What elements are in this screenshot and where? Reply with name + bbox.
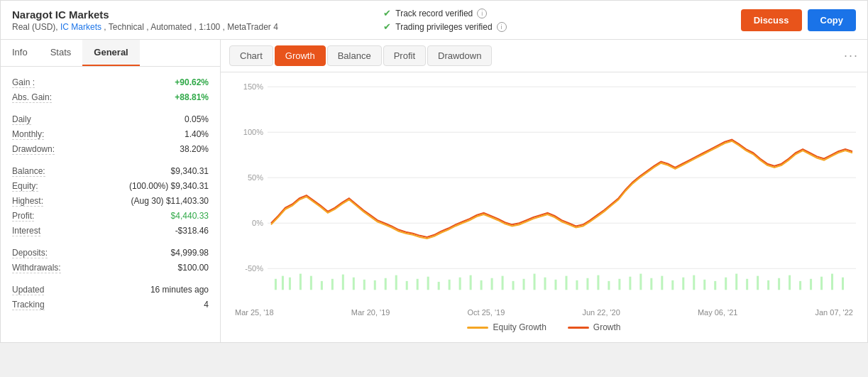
chart-tab-drawdown[interactable]: Drawdown bbox=[427, 45, 492, 66]
tab-info[interactable]: Info bbox=[1, 40, 39, 66]
chart-tab-chart[interactable]: Chart bbox=[229, 45, 273, 66]
abs-gain-value: +88.81% bbox=[175, 92, 209, 102]
svg-rect-18 bbox=[342, 275, 344, 290]
legend-line-red bbox=[568, 327, 589, 329]
x-label-1: Mar 25, '18 bbox=[235, 308, 274, 317]
svg-text:100%: 100% bbox=[243, 128, 263, 136]
svg-rect-47 bbox=[650, 278, 652, 290]
drawdown-row: Drawdown: 38.20% bbox=[12, 142, 209, 157]
svg-rect-11 bbox=[275, 279, 277, 290]
balance-value: $9,340.31 bbox=[171, 166, 209, 176]
svg-rect-15 bbox=[310, 276, 312, 290]
svg-rect-16 bbox=[321, 281, 323, 290]
svg-rect-17 bbox=[331, 279, 334, 290]
daily-value: 0.05% bbox=[185, 114, 209, 124]
right-panel: Chart Growth Balance Profit Drawdown ··· bbox=[221, 40, 867, 342]
svg-rect-38 bbox=[554, 280, 556, 290]
svg-rect-45 bbox=[629, 277, 631, 290]
withdrawals-label: Withdrawals: bbox=[12, 263, 61, 273]
stats-table: Gain : +90.62% Abs. Gain: +88.81% Daily … bbox=[1, 67, 220, 321]
chart-more-button[interactable]: ··· bbox=[844, 48, 859, 63]
tracking-label: Tracking bbox=[12, 300, 45, 310]
svg-rect-35 bbox=[523, 279, 525, 290]
chart-tab-growth[interactable]: Growth bbox=[275, 45, 326, 66]
chart-tab-balance[interactable]: Balance bbox=[327, 45, 382, 66]
svg-rect-28 bbox=[449, 280, 451, 290]
svg-rect-30 bbox=[470, 275, 472, 290]
tracking-row: Tracking 4 bbox=[12, 297, 209, 312]
tab-stats[interactable]: Stats bbox=[39, 40, 83, 66]
svg-rect-60 bbox=[789, 275, 791, 290]
svg-rect-31 bbox=[480, 280, 483, 290]
svg-rect-59 bbox=[778, 278, 780, 290]
x-label-5: May 06, '21 bbox=[698, 308, 738, 317]
svg-rect-62 bbox=[810, 279, 812, 290]
svg-rect-57 bbox=[757, 276, 759, 290]
svg-rect-54 bbox=[725, 278, 727, 290]
daily-row: Daily 0.05% bbox=[12, 112, 209, 127]
info-icon-1[interactable]: i bbox=[477, 9, 487, 18]
deposits-label: Deposits: bbox=[12, 248, 48, 258]
svg-rect-64 bbox=[831, 274, 833, 290]
verification-info: ✔ Track record verified i ✔ Trading priv… bbox=[369, 8, 740, 32]
svg-rect-0 bbox=[232, 80, 856, 307]
ic-markets-link[interactable]: IC Markets bbox=[60, 22, 101, 32]
svg-rect-13 bbox=[289, 278, 291, 290]
monthly-label: Monthly: bbox=[12, 129, 44, 140]
svg-rect-46 bbox=[639, 274, 642, 290]
svg-rect-23 bbox=[395, 275, 397, 290]
info-icon-2[interactable]: i bbox=[497, 22, 507, 32]
withdrawals-row: Withdrawals: $100.00 bbox=[12, 261, 209, 275]
svg-rect-49 bbox=[671, 280, 674, 290]
check-icon-2: ✔ bbox=[383, 21, 391, 32]
svg-rect-44 bbox=[618, 279, 620, 290]
gain-value: +90.62% bbox=[175, 77, 209, 87]
discuss-button[interactable]: Discuss bbox=[741, 9, 802, 31]
svg-rect-25 bbox=[417, 279, 419, 290]
main-container: Naragot IC Markets Real (USD), IC Market… bbox=[0, 0, 868, 343]
tab-general[interactable]: General bbox=[82, 40, 139, 66]
monthly-value: 1.40% bbox=[185, 129, 209, 139]
verified-text-2: Trading privileges verified bbox=[395, 22, 492, 32]
svg-rect-65 bbox=[842, 278, 844, 290]
tracking-value: 4 bbox=[204, 300, 209, 310]
highest-value: (Aug 30) $11,403.30 bbox=[131, 196, 209, 206]
profit-value: $4,440.33 bbox=[171, 211, 209, 221]
header: Naragot IC Markets Real (USD), IC Market… bbox=[1, 1, 867, 40]
left-panel: Info Stats General Gain : +90.62% Abs. G… bbox=[1, 40, 221, 342]
svg-rect-24 bbox=[406, 281, 408, 290]
svg-rect-56 bbox=[746, 279, 748, 290]
x-axis: Mar 25, '18 Mar 20, '19 Oct 25, '19 Jun … bbox=[232, 308, 856, 317]
copy-button[interactable]: Copy bbox=[808, 9, 857, 31]
svg-rect-39 bbox=[565, 276, 567, 290]
svg-rect-22 bbox=[385, 278, 387, 290]
chart-tab-profit[interactable]: Profit bbox=[383, 45, 426, 66]
updated-value: 16 minutes ago bbox=[150, 285, 209, 295]
svg-rect-53 bbox=[714, 281, 716, 290]
verified-row-2: ✔ Trading privileges verified i bbox=[383, 21, 740, 32]
svg-text:150%: 150% bbox=[243, 82, 263, 91]
svg-rect-37 bbox=[544, 278, 546, 290]
svg-rect-48 bbox=[661, 276, 663, 290]
svg-rect-43 bbox=[608, 281, 610, 290]
svg-text:50%: 50% bbox=[248, 173, 263, 182]
svg-rect-14 bbox=[300, 274, 302, 290]
drawdown-label: Drawdown: bbox=[12, 144, 55, 155]
svg-rect-55 bbox=[735, 274, 737, 290]
svg-rect-20 bbox=[363, 280, 366, 290]
chart-tabs: Chart Growth Balance Profit Drawdown ··· bbox=[221, 40, 867, 72]
x-label-6: Jan 07, '22 bbox=[815, 308, 852, 317]
deposits-row: Deposits: $4,999.98 bbox=[12, 246, 209, 261]
abs-gain-label: Abs. Gain: bbox=[12, 92, 52, 103]
daily-label: Daily bbox=[12, 114, 31, 125]
svg-rect-19 bbox=[353, 278, 355, 290]
svg-text:0%: 0% bbox=[252, 219, 263, 227]
svg-rect-36 bbox=[534, 274, 536, 290]
x-label-2: Mar 20, '19 bbox=[351, 308, 390, 317]
svg-rect-63 bbox=[820, 277, 823, 290]
account-subtitle: Real (USD), IC Markets , Technical , Aut… bbox=[12, 22, 369, 32]
svg-rect-52 bbox=[703, 280, 705, 290]
balance-label: Balance: bbox=[12, 166, 45, 177]
abs-gain-row: Abs. Gain: +88.81% bbox=[12, 90, 209, 105]
main-content: Info Stats General Gain : +90.62% Abs. G… bbox=[1, 40, 867, 342]
